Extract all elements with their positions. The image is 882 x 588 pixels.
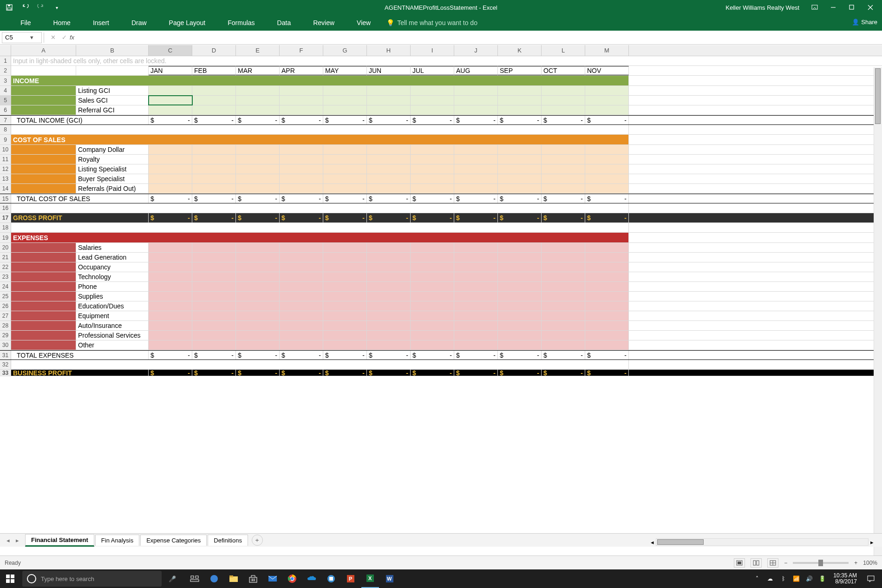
cell[interactable] [192, 96, 236, 105]
cell[interactable] [411, 155, 454, 164]
cell[interactable] [454, 262, 498, 272]
cell[interactable]: $- [280, 370, 323, 376]
cell[interactable] [280, 105, 323, 115]
cell[interactable] [192, 340, 236, 350]
cos-item-label[interactable]: Buyer Specialist [76, 174, 149, 183]
cell[interactable] [11, 340, 76, 350]
cell[interactable] [585, 272, 629, 281]
cell[interactable] [192, 174, 236, 183]
row-header[interactable]: 33 [0, 370, 11, 376]
maximize-button[interactable] [845, 0, 859, 15]
cell[interactable] [192, 272, 236, 281]
cell[interactable] [323, 96, 367, 105]
cell[interactable] [280, 174, 323, 183]
cell[interactable] [542, 184, 585, 193]
cell[interactable] [542, 145, 585, 154]
cell[interactable] [236, 243, 280, 252]
row-header[interactable]: 13 [0, 174, 11, 183]
cell[interactable] [280, 96, 323, 105]
cell[interactable] [149, 96, 192, 105]
row-header[interactable]: 26 [0, 301, 11, 311]
cell[interactable] [585, 174, 629, 183]
expense-item-label[interactable]: Lead Generation [76, 253, 149, 262]
cell[interactable] [498, 145, 542, 154]
cell[interactable] [11, 125, 629, 134]
row-header[interactable]: 11 [0, 155, 11, 164]
cos-item-label[interactable]: Company Dollar [76, 145, 149, 154]
cell[interactable] [11, 311, 76, 320]
cell[interactable] [367, 340, 411, 350]
action-center-icon[interactable] [862, 569, 879, 588]
cell[interactable] [411, 311, 454, 320]
page-layout-view-icon[interactable] [751, 558, 762, 568]
row-header[interactable]: 12 [0, 164, 11, 174]
cell[interactable] [11, 360, 629, 369]
cell[interactable] [11, 105, 76, 115]
cell[interactable] [585, 292, 629, 301]
name-box[interactable]: C5 ▾ [2, 32, 42, 43]
expense-item-label[interactable]: Phone [76, 282, 149, 291]
cell[interactable] [236, 301, 280, 311]
microphone-icon[interactable]: 🎤 [163, 569, 181, 588]
tray-network-icon[interactable]: 📶 [791, 569, 802, 588]
horizontal-scrollbar[interactable] [656, 538, 869, 546]
cell[interactable]: $- [323, 351, 367, 359]
cell[interactable]: $- [454, 194, 498, 203]
cell[interactable] [454, 253, 498, 262]
cell[interactable] [323, 340, 367, 350]
row-header[interactable]: 28 [0, 321, 11, 330]
cell[interactable]: $- [585, 116, 629, 124]
tab-review[interactable]: Review [302, 15, 346, 31]
cell[interactable]: $- [498, 194, 542, 203]
cell[interactable] [498, 301, 542, 311]
cell[interactable] [411, 282, 454, 291]
col-header[interactable]: M [585, 45, 629, 56]
month-header[interactable]: NOV [585, 66, 629, 75]
cell[interactable] [367, 282, 411, 291]
sheet-tab-financial-statement[interactable]: Financial Statement [25, 534, 94, 547]
cell[interactable] [236, 96, 280, 105]
expense-item-label[interactable]: Auto/Insurance [76, 321, 149, 330]
cell[interactable] [323, 292, 367, 301]
cell[interactable] [498, 184, 542, 193]
row-header[interactable]: 4 [0, 86, 11, 95]
cell[interactable] [236, 331, 280, 340]
month-header[interactable]: APR [280, 66, 323, 75]
cell[interactable] [454, 311, 498, 320]
cell[interactable] [411, 184, 454, 193]
enter-formula-icon[interactable]: ✓ [59, 34, 70, 41]
row-header[interactable]: 18 [0, 223, 11, 232]
row-header[interactable]: 24 [0, 282, 11, 291]
cell[interactable] [192, 311, 236, 320]
row-header[interactable]: 3 [0, 76, 11, 85]
row-header[interactable]: 25 [0, 292, 11, 301]
cell[interactable] [236, 321, 280, 330]
expense-item-label[interactable]: Professional Services [76, 331, 149, 340]
word-icon[interactable]: W [381, 569, 399, 588]
cell[interactable] [236, 174, 280, 183]
cell[interactable]: $- [367, 351, 411, 359]
cell[interactable] [11, 262, 76, 272]
cell[interactable] [585, 331, 629, 340]
cell[interactable]: $- [585, 194, 629, 203]
cell[interactable] [367, 272, 411, 281]
cancel-formula-icon[interactable]: ✕ [47, 34, 59, 41]
cell[interactable] [367, 174, 411, 183]
cell[interactable] [149, 311, 192, 320]
cell[interactable]: $- [323, 116, 367, 124]
row-header[interactable]: 21 [0, 253, 11, 262]
month-header[interactable]: SEP [498, 66, 542, 75]
cell[interactable]: $- [192, 213, 236, 222]
cell[interactable] [76, 66, 149, 75]
col-header[interactable]: E [236, 45, 280, 56]
cell[interactable]: $- [323, 194, 367, 203]
cell[interactable] [323, 253, 367, 262]
cell[interactable] [498, 86, 542, 95]
cell[interactable] [542, 164, 585, 174]
start-button[interactable] [0, 569, 20, 588]
cell[interactable]: $- [149, 194, 192, 203]
cell[interactable] [367, 96, 411, 105]
cell[interactable] [11, 164, 76, 174]
chrome-icon[interactable] [283, 569, 301, 588]
cell[interactable]: $- [585, 213, 629, 222]
